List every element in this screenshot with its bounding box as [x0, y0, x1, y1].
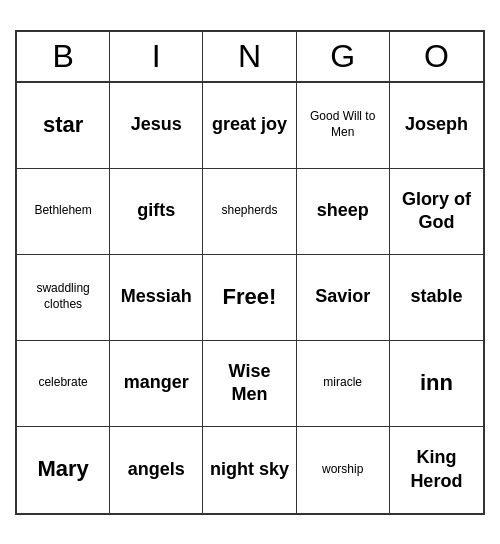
bingo-cell-10: swaddling clothes [17, 255, 110, 341]
bingo-cell-23: worship [297, 427, 390, 513]
bingo-cell-19: inn [390, 341, 483, 427]
bingo-cell-8: sheep [297, 169, 390, 255]
bingo-cell-6: gifts [110, 169, 203, 255]
bingo-cell-16: manger [110, 341, 203, 427]
bingo-cell-21: angels [110, 427, 203, 513]
bingo-cell-18: miracle [297, 341, 390, 427]
bingo-header: BINGO [17, 32, 483, 83]
bingo-cell-14: stable [390, 255, 483, 341]
bingo-cell-17: Wise Men [203, 341, 296, 427]
bingo-cell-20: Mary [17, 427, 110, 513]
bingo-cell-22: night sky [203, 427, 296, 513]
bingo-cell-1: Jesus [110, 83, 203, 169]
header-letter-g: G [297, 32, 390, 81]
bingo-cell-2: great joy [203, 83, 296, 169]
bingo-cell-0: star [17, 83, 110, 169]
bingo-card: BINGO starJesusgreat joyGood Will to Men… [15, 30, 485, 515]
bingo-cell-13: Savior [297, 255, 390, 341]
bingo-cell-15: celebrate [17, 341, 110, 427]
bingo-cell-5: Bethlehem [17, 169, 110, 255]
bingo-cell-12: Free! [203, 255, 296, 341]
bingo-cell-11: Messiah [110, 255, 203, 341]
bingo-cell-9: Glory of God [390, 169, 483, 255]
header-letter-o: O [390, 32, 483, 81]
bingo-cell-7: shepherds [203, 169, 296, 255]
header-letter-i: I [110, 32, 203, 81]
header-letter-n: N [203, 32, 296, 81]
bingo-cell-4: Joseph [390, 83, 483, 169]
bingo-cell-3: Good Will to Men [297, 83, 390, 169]
bingo-cell-24: King Herod [390, 427, 483, 513]
bingo-grid: starJesusgreat joyGood Will to MenJoseph… [17, 83, 483, 513]
header-letter-b: B [17, 32, 110, 81]
